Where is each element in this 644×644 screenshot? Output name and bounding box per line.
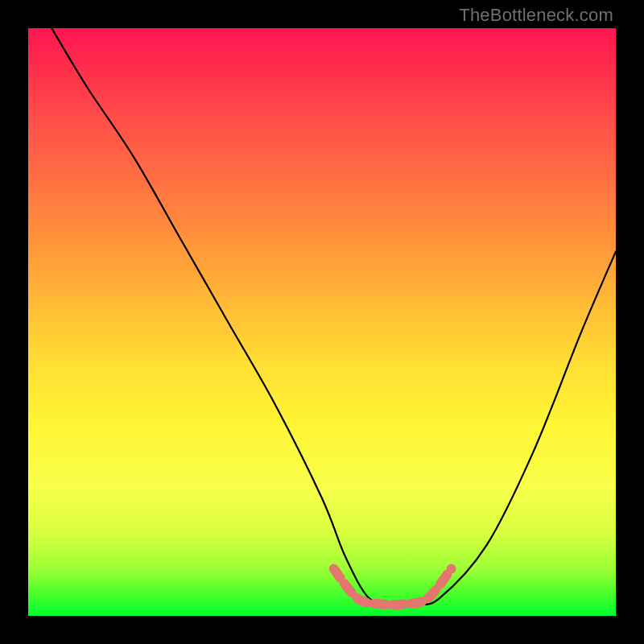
chart-plot-area [28, 28, 616, 616]
bottleneck-curve-path [52, 28, 616, 605]
optimal-zone-path [334, 569, 452, 605]
chart-svg [28, 28, 616, 616]
chart-frame: TheBottleneck.com [0, 0, 644, 644]
watermark-label: TheBottleneck.com [459, 5, 613, 26]
